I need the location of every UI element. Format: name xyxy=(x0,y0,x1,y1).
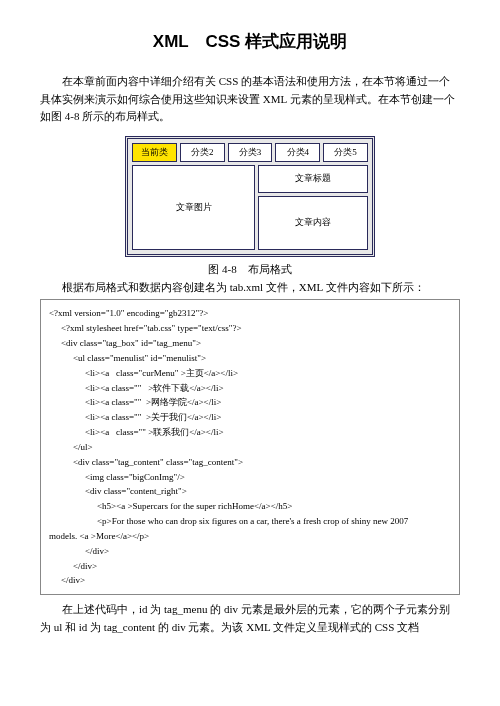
figure-description: 根据布局格式和数据内容创建名为 tab.xml 文件，XML 文件内容如下所示： xyxy=(40,279,460,296)
tab-current: 当前类 xyxy=(132,143,177,162)
doc-title: XML CSS 样式应用说明 xyxy=(40,30,460,53)
code-line: </div> xyxy=(49,573,451,588)
code-line: <p>For those who can drop six figures on… xyxy=(49,514,451,529)
code-line: <li><a class="" >关于我们</a></li> xyxy=(49,410,451,425)
code-line: <li><a class="curMenu" >主页</a></li> xyxy=(49,366,451,381)
code-line: </div> xyxy=(49,544,451,559)
tab-4: 分类4 xyxy=(275,143,320,162)
footer-paragraph: 在上述代码中，id 为 tag_menu 的 div 元素是最外层的元素，它的两… xyxy=(40,601,460,636)
code-block: <?xml version="1.0" encoding="gb2312"?><… xyxy=(40,299,460,595)
code-line: <div class="tag_content" class="tag_cont… xyxy=(49,455,451,470)
code-line: </div> xyxy=(49,559,451,574)
figure-caption: 图 4-8 布局格式 xyxy=(40,262,460,277)
article-title-box: 文章标题 xyxy=(258,165,368,193)
code-line: <li><a class="" >网络学院</a></li> xyxy=(49,395,451,410)
code-line: <li><a class="" >联系我们</a></li> xyxy=(49,425,451,440)
code-line: <?xml stylesheet href="tab.css" type="te… xyxy=(49,321,451,336)
article-image-box: 文章图片 xyxy=(132,165,255,250)
tab-2: 分类2 xyxy=(180,143,225,162)
right-column: 文章标题 文章内容 xyxy=(258,165,368,250)
code-line: models. <a >More</a></p> xyxy=(49,529,451,544)
code-line: <ul class="menulist" id="menulist"> xyxy=(49,351,451,366)
code-line: <?xml version="1.0" encoding="gb2312"?> xyxy=(49,306,451,321)
article-content-box: 文章内容 xyxy=(258,196,368,250)
intro-paragraph: 在本章前面内容中详细介绍有关 CSS 的基本语法和使用方法，在本节将通过一个具体… xyxy=(40,73,460,126)
code-line: <img class="bigConImg"/> xyxy=(49,470,451,485)
code-line: <div class="tag_box" id="tag_menu"> xyxy=(49,336,451,351)
code-line: <li><a class="" >软件下载</a></li> xyxy=(49,381,451,396)
layout-frame: 当前类 分类2 分类3 分类4 分类5 文章图片 文章标题 文章内容 xyxy=(125,136,375,257)
layout-figure: 当前类 分类2 分类3 分类4 分类5 文章图片 文章标题 文章内容 xyxy=(40,136,460,257)
tabs-row: 当前类 分类2 分类3 分类4 分类5 xyxy=(132,143,368,162)
content-row: 文章图片 文章标题 文章内容 xyxy=(132,165,368,250)
tab-5: 分类5 xyxy=(323,143,368,162)
code-line: <h5><a >Supercars for the super richHome… xyxy=(49,499,451,514)
tab-3: 分类3 xyxy=(228,143,273,162)
code-line: <div class="content_right"> xyxy=(49,484,451,499)
code-line: </ul> xyxy=(49,440,451,455)
